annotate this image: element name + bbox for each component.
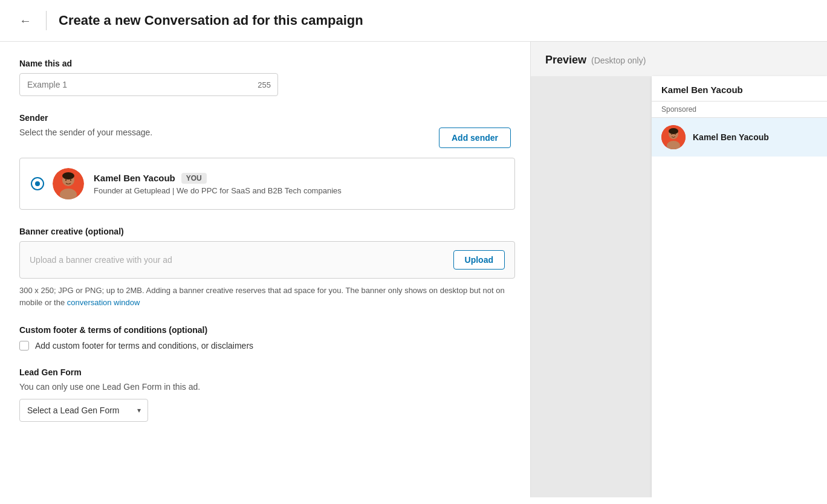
char-count: 255 [258,80,271,89]
preview-subtitle: (Desktop only) [591,56,646,65]
lead-gen-section: Lead Gen Form You can only use one Lead … [19,367,511,422]
lead-gen-description: You can only use one Lead Gen Form in th… [19,382,511,392]
banner-label: Banner creative (optional) [19,227,511,236]
preview-avatar [661,125,686,149]
name-section: Name this ad 255 [19,59,511,96]
preview-panel: Preview (Desktop only) Kamel Ben Yacoub … [531,42,827,497]
upload-hint: 300 x 250; JPG or PNG; up to 2MB. Adding… [19,285,511,308]
header-divider [46,11,47,30]
footer-section: Custom footer & terms of conditions (opt… [19,325,511,351]
sender-title: Founder at Getuplead | We do PPC for Saa… [94,186,502,195]
checkbox-row: Add custom footer for terms and conditio… [19,341,511,351]
radio-selected[interactable] [32,178,43,189]
preview-header: Preview (Desktop only) [531,42,827,76]
sender-name: Kamel Ben Yacoub [94,173,175,183]
sender-info: Kamel Ben Yacoub YOU Founder at Getuplea… [94,173,502,195]
sender-avatar [53,168,84,199]
lead-gen-label: Lead Gen Form [19,367,511,377]
preview-content: Kamel Ben Yacoub Sponsored [531,76,827,497]
preview-card-header: Kamel Ben Yacoub [652,76,827,102]
header: ← Create a new Conversation ad for this … [0,0,827,42]
svg-point-11 [675,134,676,135]
name-label: Name this ad [19,59,511,68]
sender-section: Sender Select the sender of your message… [19,113,511,210]
lead-gen-select-wrapper: Select a Lead Gen Form ▾ [19,399,148,422]
upload-box: Upload a banner creative with your ad Up… [19,241,515,279]
preview-sender-name: Kamel Ben Yacoub [693,132,769,142]
footer-checkbox[interactable] [19,341,29,351]
form-panel: Name this ad 255 Sender Select the sende… [0,42,531,497]
sender-name-row: Kamel Ben Yacoub YOU [94,173,502,184]
svg-point-3 [62,172,74,179]
lead-gen-select[interactable]: Select a Lead Gen Form [19,399,148,422]
preview-sponsored: Sponsored [652,102,827,118]
page-title: Create a new Conversation ad for this ca… [59,13,363,28]
preview-title: Preview [545,54,586,66]
conversation-window-link[interactable]: conversation window [67,298,140,307]
name-input[interactable] [19,73,278,96]
svg-point-5 [70,179,71,181]
svg-point-4 [65,179,66,181]
banner-section: Banner creative (optional) Upload a bann… [19,227,511,308]
sender-description: Select the sender of your message. [19,128,152,137]
upload-button[interactable]: Upload [453,250,505,270]
add-sender-button[interactable]: Add sender [439,128,511,148]
main-layout: Name this ad 255 Sender Select the sende… [0,42,827,497]
name-input-wrapper: 255 [19,73,278,96]
sender-label: Sender [19,113,511,123]
you-badge: YOU [181,173,207,184]
back-button[interactable]: ← [15,11,36,30]
svg-point-10 [671,134,672,135]
sender-card: Kamel Ben Yacoub YOU Founder at Getuplea… [19,158,515,210]
svg-point-9 [669,128,678,134]
footer-label: Custom footer & terms of conditions (opt… [19,325,511,335]
upload-placeholder: Upload a banner creative with your ad [30,255,172,265]
checkbox-label: Add custom footer for terms and conditio… [35,341,253,351]
preview-sender-row: Kamel Ben Yacoub [652,118,827,157]
preview-card: Kamel Ben Yacoub Sponsored [652,76,827,497]
sender-row: Select the sender of your message. Add s… [19,128,511,148]
